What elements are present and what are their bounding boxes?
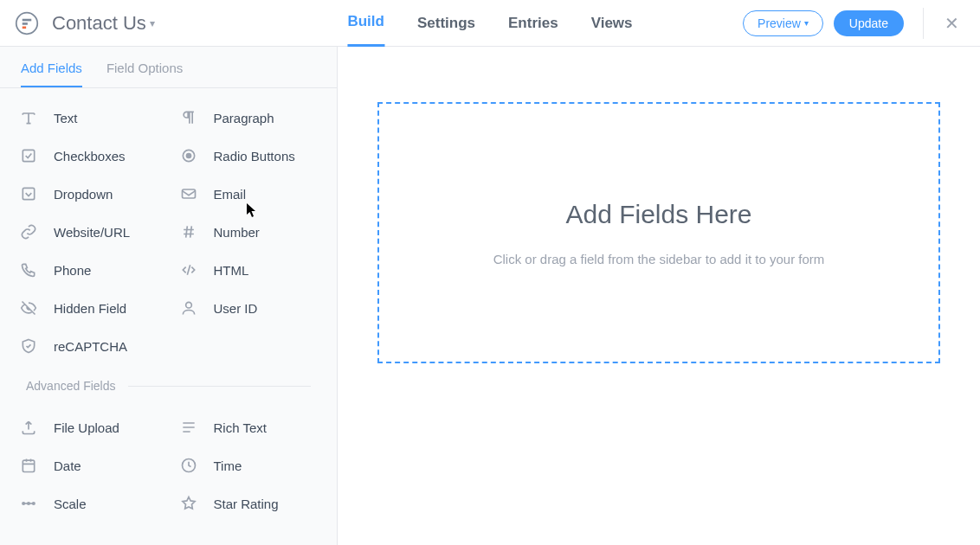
dropzone-hint: Click or drag a field from the sidebar t… bbox=[493, 252, 825, 266]
field-label: User ID bbox=[214, 301, 258, 316]
advanced-fields-header: Advanced Fields bbox=[0, 379, 337, 393]
field-user[interactable]: User ID bbox=[169, 289, 329, 327]
field-checkbox[interactable]: Checkboxes bbox=[9, 137, 169, 175]
field-date[interactable]: Date bbox=[9, 446, 169, 484]
sidebar-tab-add-fields[interactable]: Add Fields bbox=[21, 61, 82, 87]
tab-build[interactable]: Build bbox=[347, 0, 384, 47]
field-label: Phone bbox=[54, 263, 91, 278]
hash-icon bbox=[179, 222, 198, 241]
checkbox-icon bbox=[19, 146, 38, 165]
divider bbox=[923, 8, 924, 39]
svg-rect-3 bbox=[23, 26, 26, 29]
basic-fields-grid: TextParagraphCheckboxesRadio ButtonsDrop… bbox=[0, 88, 337, 379]
svg-rect-1 bbox=[23, 18, 32, 21]
update-button[interactable]: Update bbox=[834, 10, 904, 36]
svg-rect-7 bbox=[23, 188, 34, 199]
field-upload[interactable]: File Upload bbox=[9, 408, 169, 446]
form-canvas: Add Fields Here Click or drag a field fr… bbox=[338, 47, 980, 545]
date-icon bbox=[19, 456, 38, 475]
caret-down-icon: ▾ bbox=[150, 17, 155, 29]
user-icon bbox=[179, 298, 198, 317]
caret-down-icon: ▾ bbox=[804, 18, 809, 28]
preview-button[interactable]: Preview ▾ bbox=[743, 10, 823, 36]
tab-entries[interactable]: Entries bbox=[508, 0, 558, 47]
field-label: Rich Text bbox=[214, 420, 267, 435]
app-logo bbox=[14, 10, 40, 36]
paragraph-icon bbox=[179, 108, 198, 127]
field-label: File Upload bbox=[54, 420, 119, 435]
header-actions: Preview ▾ Update ✕ bbox=[743, 8, 963, 39]
scale-icon bbox=[19, 494, 38, 513]
field-label: Checkboxes bbox=[54, 149, 126, 164]
code-icon bbox=[179, 260, 198, 279]
upload-icon bbox=[19, 418, 38, 437]
field-label: Hidden Field bbox=[54, 301, 126, 316]
dropdown-icon bbox=[19, 184, 38, 203]
field-label: reCAPTCHA bbox=[54, 339, 127, 354]
field-paragraph[interactable]: Paragraph bbox=[169, 99, 329, 137]
tab-settings[interactable]: Settings bbox=[417, 0, 475, 47]
field-label: Scale bbox=[54, 497, 87, 511]
field-label: Number bbox=[214, 225, 260, 240]
top-bar: Contact Us ▾ Build Settings Entries View… bbox=[0, 0, 980, 47]
field-label: Date bbox=[54, 458, 81, 473]
field-dropdown[interactable]: Dropdown bbox=[9, 175, 169, 213]
text-icon bbox=[19, 108, 38, 127]
field-star[interactable]: Star Rating bbox=[169, 484, 329, 523]
field-shield[interactable]: reCAPTCHA bbox=[9, 327, 169, 365]
field-radio[interactable]: Radio Buttons bbox=[169, 137, 329, 175]
richtext-icon bbox=[179, 418, 198, 437]
field-text[interactable]: Text bbox=[9, 99, 169, 137]
svg-rect-8 bbox=[182, 189, 195, 198]
field-label: Time bbox=[214, 458, 242, 473]
field-richtext[interactable]: Rich Text bbox=[169, 408, 329, 446]
field-email[interactable]: Email bbox=[169, 175, 329, 213]
hidden-icon bbox=[19, 298, 38, 317]
field-label: Radio Buttons bbox=[214, 149, 295, 164]
field-label: Dropdown bbox=[54, 187, 113, 202]
field-hidden[interactable]: Hidden Field bbox=[9, 289, 169, 327]
main-tabs: Build Settings Entries Views bbox=[347, 0, 632, 47]
field-time[interactable]: Time bbox=[169, 446, 329, 484]
field-link[interactable]: Website/URL bbox=[9, 213, 169, 251]
tab-views[interactable]: Views bbox=[591, 0, 633, 47]
field-phone[interactable]: Phone bbox=[9, 251, 169, 289]
form-title: Contact Us bbox=[52, 12, 146, 35]
close-icon[interactable]: ✕ bbox=[941, 10, 963, 37]
field-label: HTML bbox=[214, 263, 249, 278]
time-icon bbox=[179, 456, 198, 475]
field-label: Email bbox=[214, 187, 247, 202]
sidebar-tabs: Add Fields Field Options bbox=[0, 47, 337, 88]
svg-rect-10 bbox=[23, 460, 34, 471]
field-hash[interactable]: Number bbox=[169, 213, 329, 251]
star-icon bbox=[179, 494, 198, 513]
phone-icon bbox=[19, 260, 38, 279]
link-icon bbox=[19, 222, 38, 241]
field-label: Text bbox=[54, 111, 78, 125]
svg-rect-2 bbox=[23, 22, 28, 25]
svg-point-6 bbox=[186, 154, 190, 158]
dropzone-heading: Add Fields Here bbox=[565, 200, 751, 229]
email-icon bbox=[179, 184, 198, 203]
field-label: Star Rating bbox=[214, 497, 279, 511]
form-title-dropdown[interactable]: Contact Us ▾ bbox=[52, 12, 155, 35]
radio-icon bbox=[179, 146, 198, 165]
shield-icon bbox=[19, 337, 38, 356]
field-scale[interactable]: Scale bbox=[9, 484, 169, 523]
svg-rect-4 bbox=[23, 150, 34, 161]
sidebar-tab-field-options[interactable]: Field Options bbox=[106, 61, 183, 87]
field-label: Paragraph bbox=[214, 111, 274, 125]
field-label: Website/URL bbox=[54, 225, 130, 240]
dropzone[interactable]: Add Fields Here Click or drag a field fr… bbox=[377, 102, 940, 363]
svg-point-9 bbox=[185, 302, 191, 308]
sidebar: Add Fields Field Options TextParagraphCh… bbox=[0, 47, 338, 545]
field-code[interactable]: HTML bbox=[169, 251, 329, 289]
advanced-fields-grid: File UploadRich TextDateTimeScaleStar Ra… bbox=[0, 393, 337, 536]
